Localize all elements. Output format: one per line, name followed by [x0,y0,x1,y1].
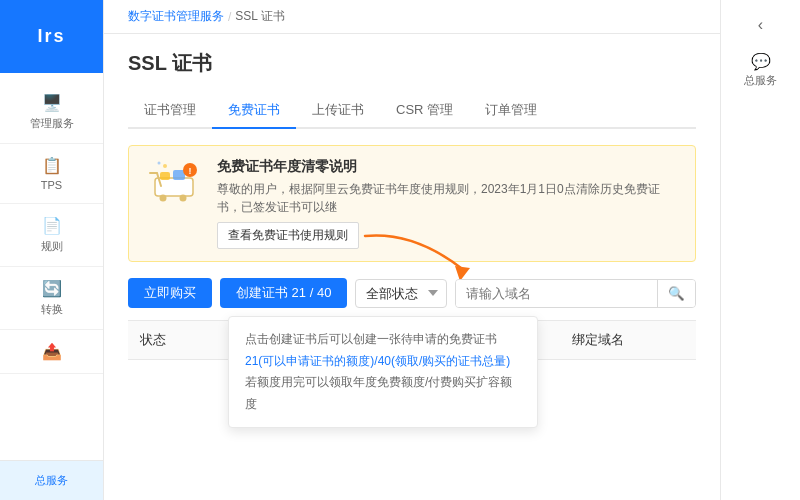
col-domain-label: 绑定域名 [572,332,624,347]
tps-icon: 📋 [42,156,62,175]
notice-link-button[interactable]: 查看免费证书使用规则 [217,222,359,249]
sidebar: Irs 🖥️ 管理服务 📋 TPS 📄 规则 🔄 转换 [0,0,104,500]
search-button[interactable]: 🔍 [657,280,695,307]
sidebar-item-manage[interactable]: 🖥️ 管理服务 [0,81,103,144]
service-icon: 💬 [725,52,796,71]
breadcrumb-link-1[interactable]: 数字证书管理服务 [128,8,224,25]
breadcrumb-sep: / [228,10,231,24]
sidebar-menu: 🖥️ 管理服务 📋 TPS 📄 规则 🔄 转换 📤 [0,73,103,374]
sidebar-item-rules[interactable]: 📄 规则 [0,204,103,267]
export-icon: 📤 [42,342,62,361]
cart-illustration: ! [145,158,205,208]
svg-point-2 [180,195,187,202]
sidebar-bottom-label: 总服务 [35,474,68,486]
main-area: 数字证书管理服务 / SSL 证书 SSL 证书 证书管理 免费证书 上传证书 … [104,0,720,500]
tab-upload-cert[interactable]: 上传证书 [296,93,380,129]
tab-cert-manage[interactable]: 证书管理 [128,93,212,129]
tab-free-cert[interactable]: 免费证书 [212,93,296,129]
create-cert-button[interactable]: 创建证书 21 / 40 [220,278,347,308]
search-icon: 🔍 [668,286,685,301]
domain-search-input[interactable] [456,280,657,307]
tab-csr-manage[interactable]: CSR 管理 [380,93,469,129]
svg-rect-0 [155,178,193,196]
right-panel-service[interactable]: 💬 总服务 [721,44,800,96]
sidebar-item-transfer-label: 转换 [41,302,63,317]
page-header: SSL 证书 证书管理 免费证书 上传证书 CSR 管理 订单管理 [104,34,720,129]
content-area: ! 免费证书年度清零说明 尊敬的用户，根据阿里云免费证书年度使用规则，2023年… [104,129,720,500]
sidebar-item-tps[interactable]: 📋 TPS [0,144,103,204]
manage-icon: 🖥️ [42,93,62,112]
sidebar-item-rules-label: 规则 [41,239,63,254]
col-status-label: 状态 [140,332,166,347]
notice-banner: ! 免费证书年度清零说明 尊敬的用户，根据阿里云免费证书年度使用规则，2023年… [128,145,696,262]
svg-point-7 [163,164,167,168]
svg-rect-3 [160,172,170,180]
right-panel-label: 总服务 [725,73,796,88]
tooltip-line-1: 点击创建证书后可以创建一张待申请的免费证书 [245,329,521,351]
tooltip-popup: 点击创建证书后可以创建一张待申请的免费证书 21(可以申请证书的额度)/40(领… [228,316,538,428]
action-bar: 立即购买 创建证书 21 / 40 全部状态待申请审核中已签发已过期已吊销 🔍 … [128,278,696,308]
svg-point-1 [160,195,167,202]
tooltip-line-3: 若额度用完可以领取年度免费额度/付费购买扩容额度 [245,372,521,415]
rules-icon: 📄 [42,216,62,235]
svg-point-8 [158,162,161,165]
right-panel: ‹ 💬 总服务 [720,0,800,500]
tooltip-line-2: 21(可以申请证书的额度)/40(领取/购买的证书总量) [245,351,521,373]
chevron-left-icon: ‹ [725,16,796,34]
tabs-bar: 证书管理 免费证书 上传证书 CSR 管理 订单管理 [128,93,696,129]
buy-button[interactable]: 立即购买 [128,278,212,308]
tab-order-manage[interactable]: 订单管理 [469,93,553,129]
right-panel-chevron[interactable]: ‹ [721,8,800,44]
search-wrapper: 🔍 [455,279,696,308]
sidebar-logo: Irs [0,0,103,73]
sidebar-item-label: 管理服务 [30,116,74,131]
notice-desc: 尊敬的用户，根据阿里云免费证书年度使用规则，2023年1月1日0点清除历史免费证… [217,180,679,216]
sidebar-item-tps-label: TPS [41,179,62,191]
svg-text:!: ! [189,166,192,176]
status-select[interactable]: 全部状态待申请审核中已签发已过期已吊销 [355,279,447,308]
transfer-icon: 🔄 [42,279,62,298]
breadcrumb-current: SSL 证书 [235,8,285,25]
breadcrumb: 数字证书管理服务 / SSL 证书 [104,0,720,34]
sidebar-bottom-service[interactable]: 总服务 [0,460,103,500]
page-title: SSL 证书 [128,50,696,77]
notice-title: 免费证书年度清零说明 [217,158,679,176]
sidebar-item-export[interactable]: 📤 [0,330,103,374]
sidebar-item-transfer[interactable]: 🔄 转换 [0,267,103,330]
